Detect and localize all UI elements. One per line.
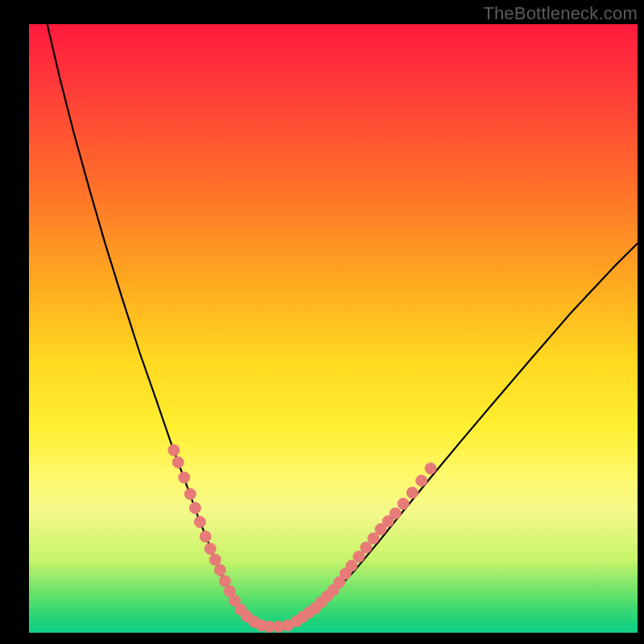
highlight-dot — [407, 487, 418, 498]
highlight-dot — [204, 543, 216, 555]
plot-area — [29, 24, 638, 633]
highlight-dot — [168, 444, 180, 456]
highlight-dot — [214, 564, 225, 576]
highlight-dot — [219, 576, 230, 587]
highlight-dot — [172, 456, 184, 468]
highlight-dot — [184, 489, 196, 500]
highlight-dot — [416, 475, 427, 486]
highlight-dot — [398, 498, 409, 510]
watermark-text: TheBottleneck.com — [483, 3, 638, 24]
highlight-dot — [194, 516, 205, 527]
highlight-dot — [368, 533, 379, 544]
highlight-dot — [390, 508, 401, 519]
chart-svg — [29, 24, 638, 633]
highlight-dot — [353, 551, 365, 563]
highlight-dot — [189, 502, 200, 514]
highlight-dot — [200, 531, 211, 543]
bottleneck-curve — [47, 24, 638, 626]
highlight-dot — [425, 463, 436, 474]
highlight-dot — [361, 542, 372, 553]
chart-frame: TheBottleneck.com — [0, 0, 644, 644]
highlight-dot — [209, 554, 221, 565]
highlight-dots-group — [168, 444, 436, 632]
highlight-dot — [346, 560, 357, 572]
highlight-dot — [179, 472, 190, 483]
